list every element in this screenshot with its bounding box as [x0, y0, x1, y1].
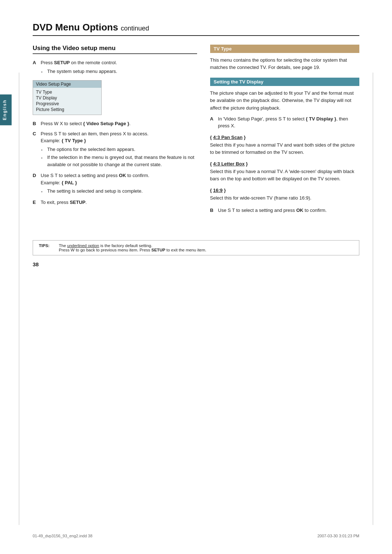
option-letter-box-header: { 4:3 Letter Box }: [210, 161, 359, 167]
step-c: C Press S T to select an item, then pres…: [33, 130, 197, 169]
tips-line2: Press W to go back to previous menu item…: [59, 248, 353, 252]
option-letter-box-underline: 4:3 Letter Box: [213, 161, 245, 167]
page-container: English DVD Menu Options continued Using…: [0, 0, 392, 554]
tips-line1: The underlined option is the factory def…: [59, 243, 353, 248]
menu-box-items: TV Type TV Display Progressive Picture S…: [33, 88, 101, 115]
step-b-letter: B: [33, 120, 39, 127]
sub-dot-icon-c1: ∘: [41, 147, 46, 152]
step-d-sublist: ∘ The setting is selected and setup is c…: [41, 188, 197, 195]
option-pan-scan-underline: 4:3 Pan Scan: [213, 135, 242, 140]
step-b-content: Press W X to select { Video Setup Page }…: [41, 120, 197, 127]
tv-type-header: TV Type: [210, 45, 359, 53]
option-pan-scan-text: Select this if you have a normal TV and …: [210, 141, 359, 156]
step-c-letter: C: [33, 130, 39, 138]
setting-tv-display-text: The picture shape can be adjusted to fit…: [210, 90, 359, 111]
step-a-sublist: ∘ The system setup menu appears.: [41, 68, 197, 75]
step-d-letter: D: [33, 172, 39, 179]
menu-item-picture-setting: Picture Setting: [36, 107, 98, 112]
sub-dot-icon: ∘: [41, 69, 46, 74]
right-step-b-letter: B: [210, 207, 217, 214]
title-main: DVD Menu Options: [33, 22, 118, 33]
option-letter-box-text: Select this if you have a normal TV. A '…: [210, 168, 359, 182]
menu-item-progressive: Progressive: [36, 101, 98, 107]
right-border-rule: [373, 73, 373, 525]
step-e-letter: E: [33, 199, 39, 206]
right-step-a-content: In 'Video Setup Page', press S T to sele…: [218, 115, 359, 130]
step-b: B Press W X to select { Video Setup Page…: [33, 120, 197, 127]
right-steps: A In 'Video Setup Page', press S T to se…: [210, 115, 359, 130]
footer-left: 01-49_dvp3156_93_eng2.indd 38: [33, 534, 93, 538]
title-continued: continued: [121, 25, 149, 32]
tips-label: TIPS:: [39, 243, 55, 248]
page-number: 38: [33, 261, 359, 267]
left-border-rule: [19, 73, 19, 525]
step-a-sub1: ∘ The system setup menu appears.: [41, 68, 197, 75]
right-step-a-letter: A: [210, 115, 217, 123]
menu-box: Video Setup Page TV Type TV Display Prog…: [33, 80, 102, 115]
steps-list-bcde: B Press W X to select { Video Setup Page…: [33, 120, 197, 206]
option-pan-scan-header: { 4:3 Pan Scan }: [210, 135, 359, 140]
option-169-header: { 16:9 }: [210, 188, 359, 193]
two-column-layout: Using the Video setup menu A Press SETUP…: [33, 45, 359, 218]
tips-box: TIPS: The underlined option is the facto…: [33, 240, 359, 255]
section-heading-video: Using the Video setup menu: [33, 45, 197, 54]
sub-dot-icon-d1: ∘: [41, 189, 46, 194]
step-a: A Press SETUP on the remote control. ∘ T…: [33, 59, 197, 76]
menu-item-tv-type: TV Type: [36, 89, 98, 95]
menu-item-tv-display: TV Display: [36, 95, 98, 101]
english-tab: English: [0, 94, 12, 125]
tips-content: The underlined option is the factory def…: [59, 243, 353, 252]
footer: 01-49_dvp3156_93_eng2.indd 38 2007-03-30…: [33, 534, 359, 538]
step-e-content: To exit, press SETUP.: [41, 199, 197, 206]
step-d: D Use S T to select a setting and press …: [33, 172, 197, 196]
footer-right: 2007-03-30 3:01:23 PM: [317, 534, 359, 538]
step-a-letter: A: [33, 59, 39, 66]
step-c-sub2: ∘ If the selection in the menu is greyed…: [41, 154, 197, 168]
right-steps-b: B Use S T to select a setting and press …: [210, 207, 359, 214]
right-column: TV Type This menu contains the options f…: [210, 45, 359, 218]
step-d-sub1: ∘ The setting is selected and setup is c…: [41, 188, 197, 195]
step-c-sub1: ∘ The options for the selected item appe…: [41, 146, 197, 153]
step-c-sublist: ∘ The options for the selected item appe…: [41, 146, 197, 168]
setting-tv-display-header: Setting the TV Display: [210, 78, 359, 86]
right-step-b: B Use S T to select a setting and press …: [210, 207, 359, 214]
right-step-a: A In 'Video Setup Page', press S T to se…: [210, 115, 359, 130]
option-169-text: Select this for wide-screen TV (frame ra…: [210, 194, 359, 202]
right-step-b-content: Use S T to select a setting and press OK…: [218, 207, 359, 214]
step-e: E To exit, press SETUP.: [33, 199, 197, 206]
tv-type-text: This menu contains the options for selec…: [210, 57, 359, 71]
step-c-content: Press S T to select an item, then press …: [41, 130, 197, 169]
step-d-content: Use S T to select a setting and press OK…: [41, 172, 197, 196]
step-a-content: Press SETUP on the remote control. ∘ The…: [41, 59, 197, 76]
option-169-underline: 16:9: [213, 188, 222, 193]
page-title: DVD Menu Options continued: [33, 22, 359, 36]
left-column: Using the Video setup menu A Press SETUP…: [33, 45, 197, 218]
menu-box-title: Video Setup Page: [33, 81, 101, 88]
sub-dot-icon-c2: ∘: [41, 155, 46, 160]
steps-list-a: A Press SETUP on the remote control. ∘ T…: [33, 59, 197, 76]
